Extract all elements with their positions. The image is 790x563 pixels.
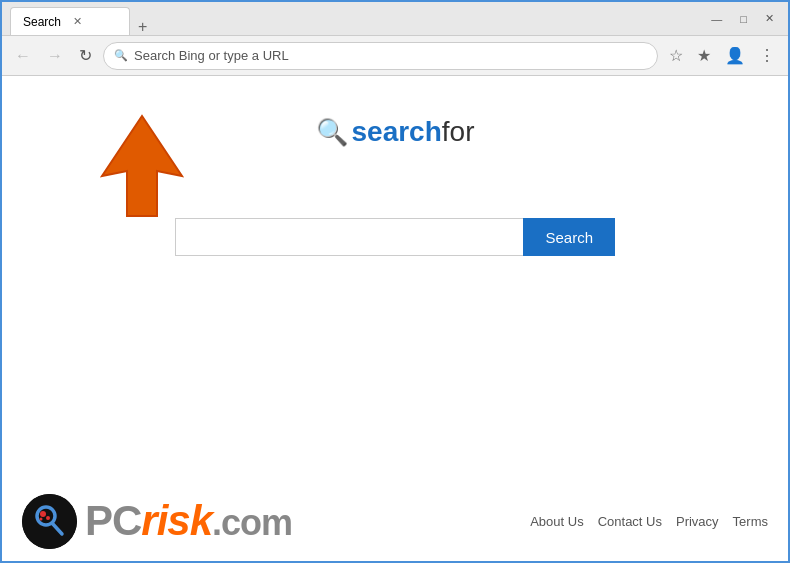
- footer-about-us-link[interactable]: About Us: [530, 514, 583, 529]
- active-tab[interactable]: Search ✕: [10, 7, 130, 35]
- profile-icon[interactable]: 👤: [720, 43, 750, 68]
- pcrisk-pc-text: PC: [85, 497, 141, 544]
- maximize-button[interactable]: □: [734, 11, 753, 27]
- logo-text-for: for: [442, 116, 475, 148]
- footer-contact-us-link[interactable]: Contact Us: [598, 514, 662, 529]
- minimize-button[interactable]: —: [705, 11, 728, 27]
- close-button[interactable]: ✕: [759, 10, 780, 27]
- footer-privacy-link[interactable]: Privacy: [676, 514, 719, 529]
- address-text: Search Bing or type a URL: [134, 48, 289, 63]
- logo-area: 🔍 search for: [316, 116, 475, 148]
- menu-icon[interactable]: ⋮: [754, 43, 780, 68]
- footer-terms-link[interactable]: Terms: [733, 514, 768, 529]
- new-tab-button[interactable]: +: [130, 19, 155, 35]
- pcrisk-icon: [22, 494, 77, 549]
- toolbar-icons: ☆ ★ 👤 ⋮: [664, 43, 780, 68]
- search-box-area: Search: [175, 218, 615, 256]
- toolbar: ← → ↻ 🔍 Search Bing or type a URL ☆ ★ 👤 …: [2, 36, 788, 76]
- pcrisk-dotcom-text: .com: [212, 502, 292, 543]
- tab-title: Search: [23, 15, 61, 29]
- window-controls: — □ ✕: [705, 10, 780, 27]
- tab-strip: Search ✕ +: [10, 2, 705, 35]
- address-search-icon: 🔍: [114, 49, 128, 62]
- address-bar[interactable]: 🔍 Search Bing or type a URL: [103, 42, 658, 70]
- tab-close-button[interactable]: ✕: [73, 15, 82, 28]
- favorites-icon[interactable]: ☆: [664, 43, 688, 68]
- search-button[interactable]: Search: [523, 218, 615, 256]
- arrow-annotation: [82, 106, 202, 226]
- svg-point-6: [40, 517, 43, 520]
- footer-links: About Us Contact Us Privacy Terms: [530, 514, 768, 529]
- svg-point-5: [46, 516, 50, 520]
- svg-point-4: [40, 511, 46, 517]
- search-input[interactable]: [175, 218, 523, 256]
- forward-button[interactable]: →: [42, 45, 68, 67]
- title-bar: Search ✕ + — □ ✕: [2, 2, 788, 36]
- pcrisk-risk-text: risk: [141, 497, 212, 544]
- browser-window: Search ✕ + — □ ✕ ← → ↻ 🔍 Search Bing or …: [0, 0, 790, 563]
- footer-watermark: PCrisk.com About Us Contact Us Privacy T…: [2, 481, 788, 561]
- svg-point-1: [22, 494, 77, 549]
- logo-text-search: search: [352, 116, 442, 148]
- pcrisk-logo: PCrisk.com: [22, 494, 292, 549]
- extensions-icon[interactable]: ★: [692, 43, 716, 68]
- back-button[interactable]: ←: [10, 45, 36, 67]
- refresh-button[interactable]: ↻: [74, 44, 97, 67]
- svg-marker-0: [102, 116, 182, 216]
- page-content: 🔍 search for Search: [2, 76, 788, 561]
- pcrisk-text-group: PCrisk.com: [85, 497, 292, 545]
- logo-search-icon: 🔍: [316, 117, 348, 148]
